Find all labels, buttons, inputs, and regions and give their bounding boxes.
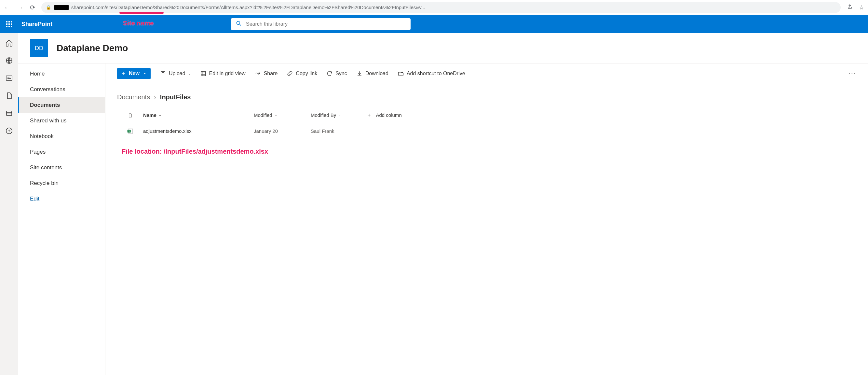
nav-documents[interactable]: Documents [18, 97, 105, 113]
url-text: sharepoint.com/sites/DataplaneDemo/Share… [71, 5, 425, 10]
share-browser-icon[interactable] [846, 3, 853, 11]
upload-button[interactable]: Upload ⌄ [160, 70, 191, 77]
nav-edit[interactable]: Edit [18, 191, 105, 207]
chevron-down-icon: ⌄ [158, 113, 161, 117]
create-icon[interactable] [5, 127, 13, 135]
download-button[interactable]: Download [356, 70, 389, 77]
lock-icon: 🔒 [46, 5, 51, 10]
site-title[interactable]: Dataplane Demo [57, 43, 128, 53]
svg-rect-3 [6, 76, 12, 80]
breadcrumb-current: InputFiles [160, 93, 191, 101]
site-nav: Home Conversations Documents Shared with… [18, 63, 105, 375]
annotation-file-location: File location: /InputFiles/adjustmentsde… [117, 139, 856, 155]
news-icon[interactable] [5, 74, 13, 82]
site-logo[interactable]: DD [30, 39, 48, 57]
chevron-down-icon: ⌄ [188, 71, 191, 76]
search-icon [236, 20, 242, 28]
new-button[interactable]: New [117, 68, 151, 79]
edit-grid-button[interactable]: Edit in grid view [200, 70, 246, 77]
nav-conversations[interactable]: Conversations [18, 82, 105, 97]
search-box[interactable] [231, 18, 410, 30]
copy-link-button[interactable]: Copy link [287, 70, 317, 77]
svg-rect-14 [201, 71, 205, 76]
col-header-add[interactable]: + Add column [368, 112, 420, 118]
col-header-modified[interactable]: Modified⌄ [254, 112, 311, 118]
nav-recycle-bin[interactable]: Recycle bin [18, 175, 105, 191]
home-icon[interactable] [5, 39, 13, 47]
modifiedby-cell: Saul Frank [311, 128, 368, 134]
table-row[interactable]: X adjustmentsdemo.xlsx January 20 Saul F… [117, 123, 856, 139]
site-header: DD Dataplane Demo [18, 33, 868, 63]
col-header-type[interactable] [117, 112, 143, 118]
lists-icon[interactable] [5, 109, 13, 117]
svg-rect-6 [6, 111, 12, 116]
new-button-label: New [129, 70, 140, 77]
globe-icon[interactable] [5, 57, 13, 64]
nav-site-contents[interactable]: Site contents [18, 160, 105, 175]
file-type-icon: X [117, 127, 143, 135]
redacted-tenant [54, 5, 69, 10]
app-name: SharePoint [22, 21, 52, 28]
chevron-right-icon: › [154, 93, 156, 101]
address-bar[interactable]: 🔒 sharepoint.com/sites/DataplaneDemo/Sha… [41, 2, 841, 13]
chevron-down-icon: ⌄ [338, 113, 341, 117]
grid-header-row: Name⌄ Modified⌄ Modified By⌄ + Add colum… [117, 108, 856, 123]
nav-notebook[interactable]: Notebook [18, 128, 105, 144]
file-name-cell[interactable]: adjustmentsdemo.xlsx [143, 128, 254, 134]
bookmark-star-icon[interactable]: ☆ [859, 4, 864, 11]
svg-point-0 [237, 21, 240, 24]
reload-button[interactable]: ⟳ [30, 4, 35, 11]
col-header-name[interactable]: Name⌄ [143, 112, 254, 118]
main-content: New Upload ⌄ Edit in grid view Sha [105, 63, 868, 375]
share-button[interactable]: Share [255, 70, 278, 77]
chevron-down-icon: ⌄ [274, 113, 277, 117]
nav-home[interactable]: Home [18, 66, 105, 82]
files-icon[interactable] [5, 92, 13, 99]
col-header-modifiedby[interactable]: Modified By⌄ [311, 112, 368, 118]
breadcrumb: Documents › InputFiles [117, 84, 856, 108]
modified-cell: January 20 [254, 128, 311, 134]
back-button[interactable]: ← [4, 4, 10, 11]
plus-icon: + [368, 112, 371, 118]
browser-chrome: ← → ⟳ 🔒 sharepoint.com/sites/DataplaneDe… [0, 0, 868, 15]
url-highlight-annotation [119, 12, 164, 14]
more-commands-button[interactable]: ··· [848, 69, 856, 78]
add-shortcut-button[interactable]: Add shortcut to OneDrive [398, 70, 465, 77]
svg-line-1 [240, 24, 241, 26]
breadcrumb-root[interactable]: Documents [117, 93, 150, 101]
nav-shared-with-us[interactable]: Shared with us [18, 113, 105, 128]
annotation-site-name: Site name [123, 20, 154, 27]
svg-text:X: X [128, 130, 130, 132]
search-input[interactable] [246, 21, 406, 27]
sync-button[interactable]: Sync [326, 70, 347, 77]
app-left-rail [0, 33, 18, 375]
forward-button[interactable]: → [17, 4, 24, 11]
file-grid: Name⌄ Modified⌄ Modified By⌄ + Add colum… [117, 108, 856, 139]
command-bar: New Upload ⌄ Edit in grid view Sha [117, 63, 856, 84]
app-launcher-button[interactable] [0, 15, 18, 33]
suite-header: SharePoint Site name [0, 15, 868, 33]
nav-pages[interactable]: Pages [18, 144, 105, 160]
